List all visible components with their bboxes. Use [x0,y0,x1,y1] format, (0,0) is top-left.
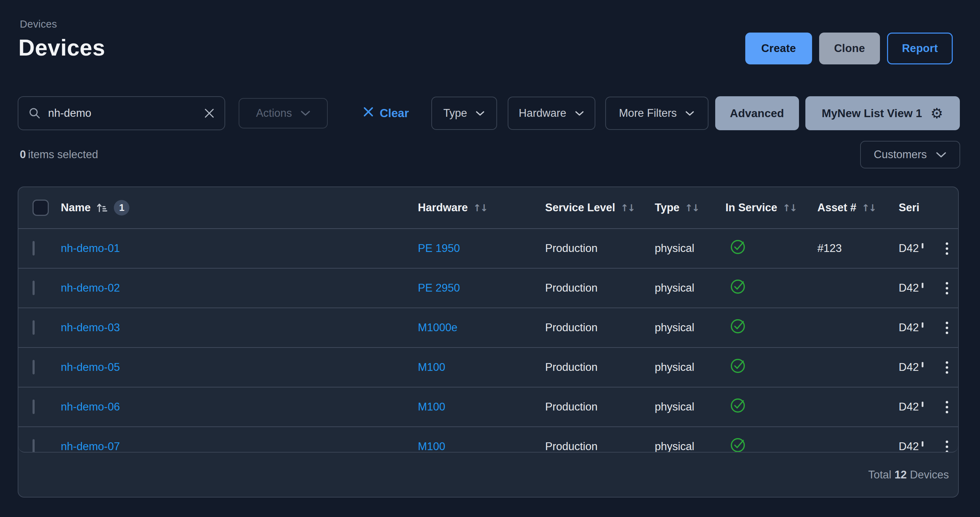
more-filters-dropdown[interactable]: More Filters [605,97,708,130]
search-input[interactable] [48,107,197,120]
row-actions-kebab-icon[interactable] [943,399,950,415]
truncated-text-mark [922,362,923,367]
sort-icon[interactable]: ↑↓ [685,203,698,213]
sort-icon[interactable]: ↑↓ [862,203,875,213]
column-header-serial[interactable]: Seri [899,201,935,214]
in-service-check-icon [730,397,746,414]
clone-button[interactable]: Clone [819,33,880,64]
hardware-filter-dropdown[interactable]: Hardware [508,97,595,130]
row-actions-kebab-icon[interactable] [943,359,950,376]
serial-cell: D42 [899,282,935,294]
hardware-link[interactable]: PE 2950 [418,282,460,294]
device-name-link[interactable]: nh-demo-03 [61,321,120,334]
service-level-cell: Production [545,242,655,255]
truncated-text-mark [922,441,923,447]
column-label-service-level: Service Level [545,201,615,214]
type-cell: physical [655,242,725,255]
row-checkbox[interactable] [32,320,35,335]
devices-page: Devices Devices Create Clone Report Acti… [0,0,980,517]
actions-dropdown[interactable]: Actions [239,98,328,128]
table-row: nh-demo-03 M1000e Production physical [18,308,958,348]
asset-cell: #123 [818,242,899,255]
device-name-link[interactable]: nh-demo-07 [61,440,120,453]
device-name-link[interactable]: nh-demo-06 [61,401,120,413]
type-cell: physical [655,401,725,413]
report-button[interactable]: Report [887,33,953,64]
clear-filters-label: Clear [380,107,409,120]
table-row: nh-demo-06 M100 Production physical D [18,388,958,427]
hardware-link[interactable]: M100 [418,361,445,373]
row-actions-kebab-icon[interactable] [943,240,950,257]
row-checkbox[interactable] [32,439,35,453]
service-level-cell: Production [545,321,655,334]
sort-priority-badge: 1 [114,200,129,215]
gear-icon[interactable]: ⚙ [931,106,943,120]
row-checkbox[interactable] [32,241,35,255]
row-checkbox[interactable] [32,360,35,374]
device-name-link[interactable]: nh-demo-01 [61,242,120,254]
column-label-hardware: Hardware [418,201,468,214]
sort-icon[interactable]: ↑↓ [620,203,634,213]
type-cell: physical [655,440,725,453]
selection-bar: 0items selected Customers [20,141,960,168]
table-scroll-viewport[interactable]: Name 1 Hardware ↑↓ Service Level ↑↓ [18,187,958,453]
row-actions-kebab-icon[interactable] [943,319,950,336]
sort-icon[interactable]: ↑↓ [783,203,796,213]
advanced-button[interactable]: Advanced [715,96,799,130]
column-label-type: Type [655,201,679,214]
truncated-text-mark [922,402,923,407]
create-button[interactable]: Create [745,33,812,64]
list-view-button[interactable]: MyNew List View 1 ⚙ [805,96,960,130]
column-header-type[interactable]: Type ↑↓ [655,201,725,214]
row-checkbox[interactable] [32,399,35,414]
column-header-in-service[interactable]: In Service ↑↓ [725,201,818,214]
in-service-check-icon [730,279,746,295]
type-cell: physical [655,361,725,374]
customers-dropdown[interactable]: Customers [860,141,960,168]
device-name-link[interactable]: nh-demo-05 [61,361,120,373]
clear-x-icon [363,106,374,120]
header-action-buttons: Create Clone Report [745,33,953,64]
breadcrumb[interactable]: Devices [20,18,57,30]
select-all-checkbox[interactable] [32,199,49,216]
serial-cell: D42 [899,440,935,453]
selected-label: items selected [28,148,98,161]
search-clear-icon[interactable] [204,108,215,118]
service-level-cell: Production [545,361,655,374]
type-filter-dropdown[interactable]: Type [431,97,497,130]
row-checkbox[interactable] [32,281,35,295]
search-icon [28,107,41,120]
serial-cell: D42 [899,401,935,413]
hardware-link[interactable]: M1000e [418,321,458,334]
type-cell: physical [655,321,725,334]
table-footer: Total 12 Devices [18,453,958,497]
type-filter-label: Type [443,107,467,120]
table-header-row: Name 1 Hardware ↑↓ Service Level ↑↓ [18,187,958,229]
hardware-link[interactable]: PE 1950 [418,242,460,254]
sort-icon[interactable]: ↑↓ [473,203,487,213]
list-view-label: MyNew List View 1 [822,107,922,120]
truncated-text-mark [922,283,923,288]
row-actions-kebab-icon[interactable] [943,280,950,297]
column-header-service-level[interactable]: Service Level ↑↓ [545,201,655,214]
column-header-name[interactable]: Name 1 [61,200,418,215]
column-label-asset: Asset # [818,201,856,214]
type-cell: physical [655,282,725,294]
serial-cell: D42 [899,242,935,255]
hardware-link[interactable]: M100 [418,401,445,413]
column-header-asset[interactable]: Asset # ↑↓ [818,201,899,214]
hardware-link[interactable]: M100 [418,440,445,453]
sort-ascending-icon[interactable] [96,202,108,213]
serial-cell: D42 [899,361,935,374]
service-level-cell: Production [545,440,655,453]
clear-filters-button[interactable]: Clear [363,106,409,120]
truncated-text-mark [922,322,923,328]
chevron-down-icon [575,111,584,116]
row-actions-kebab-icon[interactable] [943,439,950,453]
hardware-filter-label: Hardware [519,107,566,120]
column-header-hardware[interactable]: Hardware ↑↓ [418,201,545,214]
search-box[interactable] [18,96,225,130]
device-name-link[interactable]: nh-demo-02 [61,282,120,294]
total-suffix: Devices [910,469,949,481]
serial-cell: D42 [899,321,935,334]
